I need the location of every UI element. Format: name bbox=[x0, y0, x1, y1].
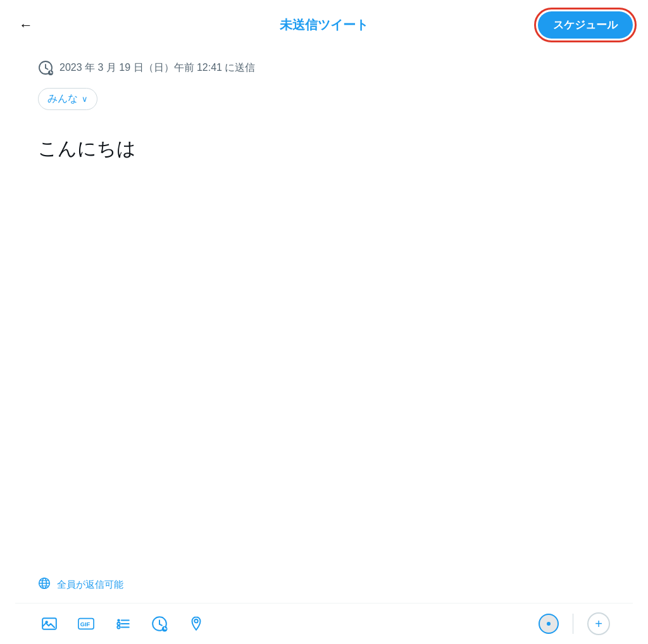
toolbar-vertical-divider bbox=[573, 614, 573, 634]
clock-icon bbox=[38, 60, 53, 75]
reply-info-text: 全員が返信可能 bbox=[57, 579, 123, 591]
tweet-content-area[interactable]: こんにちは bbox=[0, 120, 648, 567]
audience-label: みんな bbox=[47, 92, 78, 106]
tweet-body-text: こんにちは bbox=[38, 135, 610, 162]
poll-icon-button[interactable] bbox=[111, 612, 134, 635]
svg-point-15 bbox=[117, 619, 120, 621]
schedule-button[interactable]: スケジュール bbox=[538, 11, 633, 39]
scheduled-time-bar: 2023 年 3 月 19 日（日）午前 12:41 に送信 bbox=[0, 50, 648, 85]
scheduled-time-text: 2023 年 3 月 19 日（日）午前 12:41 に送信 bbox=[59, 61, 255, 75]
header: ← 未送信ツイート スケジュール bbox=[0, 0, 648, 50]
audience-selector: みんな ∨ bbox=[0, 85, 648, 120]
main-container: ← 未送信ツイート スケジュール 2023 年 3 月 19 日（日）午前 12… bbox=[0, 0, 648, 644]
audience-badge-button[interactable]: みんな ∨ bbox=[38, 88, 97, 110]
back-button[interactable]: ← bbox=[15, 13, 37, 37]
globe-icon bbox=[38, 577, 51, 593]
schedule-icon-button[interactable] bbox=[148, 612, 171, 635]
svg-line-23 bbox=[159, 624, 162, 626]
add-tweet-button[interactable]: + bbox=[587, 612, 610, 635]
chevron-down-icon: ∨ bbox=[82, 94, 88, 104]
svg-line-2 bbox=[46, 68, 48, 70]
svg-point-27 bbox=[194, 619, 197, 622]
toolbar: GIF bbox=[0, 604, 648, 644]
image-icon-button[interactable] bbox=[38, 612, 61, 635]
svg-point-17 bbox=[117, 622, 120, 625]
char-dot bbox=[547, 622, 551, 626]
svg-point-19 bbox=[117, 626, 120, 628]
gif-icon-button[interactable]: GIF bbox=[75, 612, 97, 635]
svg-text:GIF: GIF bbox=[80, 621, 90, 628]
char-count-circle bbox=[539, 614, 559, 634]
location-icon-button[interactable] bbox=[185, 612, 208, 635]
page-title: 未送信ツイート bbox=[280, 16, 368, 34]
reply-info: 全員が返信可能 bbox=[0, 567, 648, 603]
